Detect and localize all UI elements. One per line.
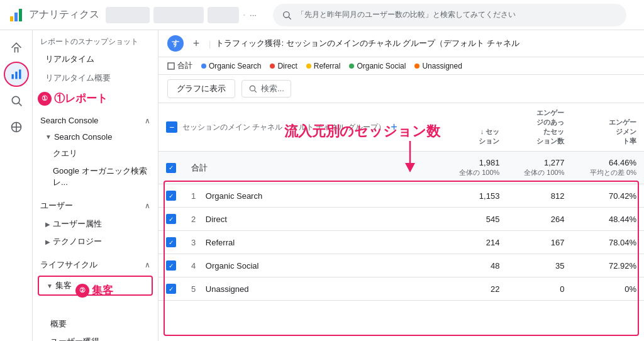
sidebar-item-user-attributes[interactable]: ▶ ユーザー属性 bbox=[33, 215, 158, 233]
sidebar-item-overview[interactable]: 概要 bbox=[33, 315, 158, 333]
engagement-rate-header[interactable]: エンゲージメント率 bbox=[579, 118, 636, 146]
row4-engaged-sessions: 35 bbox=[555, 261, 564, 271]
table-row: ✓ 4 Organic Social 48 35 bbox=[158, 254, 644, 277]
sessions-header[interactable]: ↓ セッション bbox=[450, 127, 499, 146]
data-table: − セッションのメイン チャネル ...ォルト チャネル グループ） + ↓ セ… bbox=[158, 103, 644, 301]
callout-2-circle: ② bbox=[75, 284, 89, 298]
rail-reports[interactable] bbox=[4, 62, 29, 87]
analytics-logo-icon bbox=[8, 6, 25, 24]
account-chip-2[interactable] bbox=[153, 7, 204, 23]
filter-organic-search[interactable]: Organic Search bbox=[201, 62, 261, 70]
app-title: アナリティクス bbox=[29, 8, 99, 21]
user-acquisition-label: ユーザー獲得 bbox=[50, 337, 99, 341]
graph-btn[interactable]: グラフに表示 bbox=[167, 79, 235, 98]
row1-engaged-sessions: 812 bbox=[551, 191, 565, 201]
filter-referral[interactable]: Referral bbox=[306, 62, 341, 70]
add-page-btn[interactable]: + bbox=[189, 36, 204, 51]
filter-unassigned[interactable]: Unassigned bbox=[414, 62, 462, 70]
table-row: ✓ 5 Unassigned 22 0 bbox=[158, 277, 644, 301]
table-row: ✓ 2 Direct 545 264 bbox=[158, 208, 644, 231]
svg-line-4 bbox=[289, 17, 291, 20]
svg-rect-1 bbox=[14, 13, 18, 21]
user-attributes-label: ユーザー属性 bbox=[53, 218, 102, 230]
chevron-up-icon: ∧ bbox=[145, 116, 150, 125]
row4-num: 4 bbox=[191, 261, 196, 271]
search-console-label: Search Console bbox=[54, 132, 113, 142]
total-sessions: 1,981 全体の 100% bbox=[450, 158, 499, 177]
row1-checkbox[interactable]: ✓ bbox=[166, 191, 176, 201]
total-checkbox[interactable]: ✓ bbox=[166, 163, 176, 173]
sidebar-item-user-acquisition[interactable]: ユーザー獲得 bbox=[33, 333, 158, 341]
advertising-icon bbox=[10, 121, 23, 133]
row3-engaged-sessions: 167 bbox=[551, 238, 565, 247]
overview-label: 概要 bbox=[50, 319, 67, 328]
filter-direct[interactable]: Direct bbox=[270, 62, 297, 70]
app-logo: アナリティクス bbox=[8, 6, 99, 24]
acquisition-label: 集客 bbox=[55, 280, 72, 291]
callout-1-text: ①レポート bbox=[54, 91, 108, 106]
row5-name: Unassigned bbox=[206, 284, 249, 294]
svg-rect-6 bbox=[15, 72, 17, 79]
row5-num: 5 bbox=[191, 284, 196, 294]
page-title: トラフィック獲得: セッションのメインのチャネル グループ（デフォルト チャネル bbox=[216, 38, 519, 49]
realtime-overview-label: リアルタイム概要 bbox=[45, 73, 111, 82]
row3-checkbox[interactable]: ✓ bbox=[166, 237, 176, 247]
nav-section-search-console[interactable]: Search Console ∧ bbox=[33, 112, 158, 129]
google-organic-label: Google オーガニック検索レ... bbox=[53, 166, 147, 187]
expand-icon-3: ▶ bbox=[45, 238, 50, 245]
total-engaged-sessions: 1,277 全体の 100% bbox=[514, 158, 564, 177]
plus-btn[interactable]: + bbox=[391, 121, 397, 134]
sidebar-item-search-console[interactable]: ▼ Search Console bbox=[33, 129, 158, 145]
filter-organic-social[interactable]: Organic Social bbox=[349, 62, 406, 70]
rail-advertising[interactable] bbox=[4, 115, 29, 140]
col-selector-label: セッションのメイン チャネル ...ォルト チャネル グループ） bbox=[182, 122, 386, 133]
row5-engagement-rate: 0% bbox=[625, 284, 636, 294]
filter-total[interactable]: 合計 bbox=[167, 60, 192, 71]
engaged-sessions-header[interactable]: エンゲージのあったセッション数 bbox=[514, 108, 564, 146]
svg-rect-7 bbox=[19, 70, 21, 79]
row1-num: 1 bbox=[191, 191, 196, 201]
total-engagement-rate: 64.46% 平均との差 0% bbox=[579, 158, 636, 177]
table-row: ✓ 1 Organic Search 1,153 812 bbox=[158, 184, 644, 208]
row5-sessions: 22 bbox=[491, 284, 499, 294]
sidebar-item-realtime[interactable]: リアルタイム bbox=[33, 50, 158, 69]
separator: · bbox=[243, 8, 246, 21]
sidebar-item-query[interactable]: クエリ bbox=[33, 145, 158, 162]
sidebar-item-google-organic[interactable]: Google オーガニック検索レ... bbox=[33, 162, 158, 191]
row4-checkbox[interactable]: ✓ bbox=[166, 260, 176, 271]
table-search-icon bbox=[248, 84, 257, 93]
rail-home[interactable] bbox=[4, 35, 29, 60]
sidebar-item-technology[interactable]: ▶ テクノロジー bbox=[33, 233, 158, 250]
table-search-box[interactable]: 検索... bbox=[242, 80, 291, 98]
sidebar-item-realtime-overview[interactable]: リアルタイム概要 bbox=[33, 69, 158, 87]
nav-section-lifecycle[interactable]: ライフサイクル ∧ bbox=[33, 255, 158, 274]
account-chip-3[interactable] bbox=[208, 7, 239, 23]
nav-section-users[interactable]: ユーザー ∧ bbox=[33, 196, 158, 215]
lifecycle-section-label: ライフサイクル bbox=[40, 259, 97, 271]
unassigned-dot bbox=[414, 64, 419, 69]
dropdown-dots[interactable]: ··· bbox=[250, 10, 257, 20]
account-chip-1[interactable] bbox=[106, 7, 150, 23]
row2-sessions: 545 bbox=[486, 215, 500, 224]
query-label: クエリ bbox=[53, 148, 77, 158]
search-console-section-label: Search Console bbox=[40, 116, 99, 125]
rail-explore[interactable] bbox=[4, 88, 29, 113]
row5-checkbox[interactable]: ✓ bbox=[166, 284, 176, 294]
expand-icon-4: ▼ bbox=[47, 282, 53, 289]
svg-point-8 bbox=[12, 96, 19, 104]
row3-num: 3 bbox=[191, 238, 196, 247]
snapshot-label: レポートのスナップショット bbox=[33, 30, 158, 50]
technology-label: テクノロジー bbox=[53, 236, 102, 247]
engagement-rate-label: エンゲージメント率 bbox=[609, 118, 636, 145]
organic-search-dot bbox=[201, 64, 206, 69]
search-box[interactable]: 「先月と昨年同月のユーザー数の比較」と検索してみてください bbox=[273, 4, 626, 26]
minus-btn[interactable]: − bbox=[166, 121, 177, 133]
search-placeholder: 「先月と昨年同月のユーザー数の比較」と検索してみてください bbox=[297, 9, 516, 20]
row2-num: 2 bbox=[191, 215, 196, 224]
realtime-label: リアルタイム bbox=[45, 53, 94, 65]
referral-dot bbox=[306, 64, 311, 69]
svg-point-14 bbox=[250, 86, 255, 91]
chevron-up-icon-2: ∧ bbox=[145, 201, 150, 210]
row2-engagement-rate: 48.44% bbox=[609, 215, 636, 224]
row2-checkbox[interactable]: ✓ bbox=[166, 214, 176, 224]
